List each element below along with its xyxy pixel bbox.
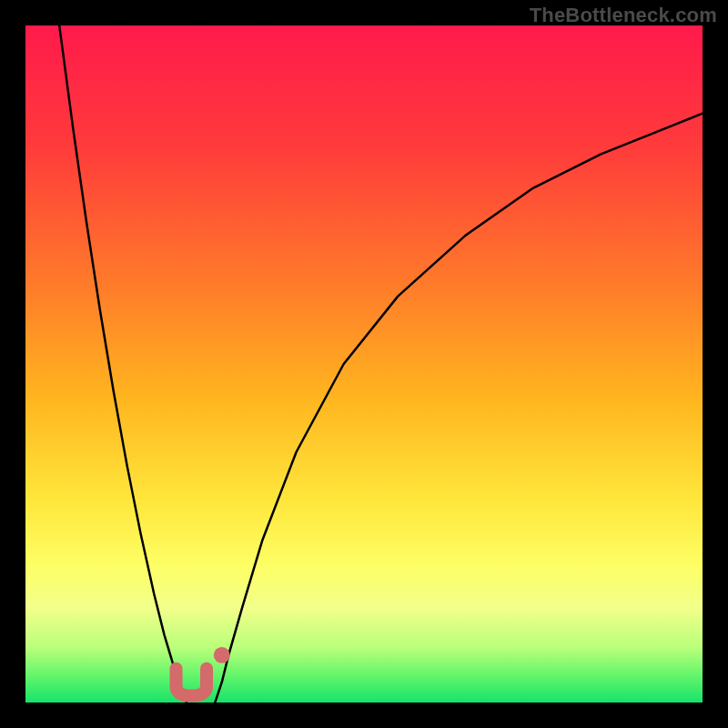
chart-svg: [25, 25, 703, 703]
plot-area: [25, 25, 703, 703]
gradient-background: [25, 25, 703, 703]
chart-frame: TheBottleneck.com: [0, 0, 728, 728]
watermark-text: TheBottleneck.com: [530, 4, 717, 27]
marker-dot: [214, 647, 230, 663]
